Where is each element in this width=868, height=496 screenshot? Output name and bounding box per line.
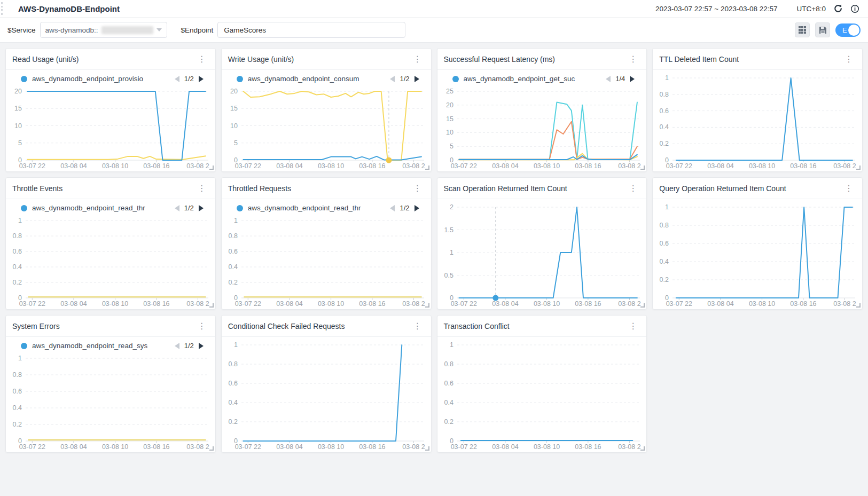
endpoint-label: $Endpoint <box>181 26 214 34</box>
chart-panel: Transaction Conflict ⋮ 00.20.40.60.8103-… <box>437 315 647 453</box>
resize-handle[interactable] <box>425 303 429 308</box>
svg-text:0.6: 0.6 <box>228 380 237 387</box>
kebab-menu-icon[interactable]: ⋮ <box>411 183 425 194</box>
svg-text:0.8: 0.8 <box>13 371 22 379</box>
kebab-menu-icon[interactable]: ⋮ <box>842 54 856 65</box>
legend-next-icon[interactable] <box>199 205 204 211</box>
legend-series-label[interactable]: aws_dynamodb_endpoint_consum <box>248 75 359 83</box>
legend-prev-icon[interactable] <box>175 76 179 82</box>
legend-page-indicator: 1/2 <box>184 75 194 83</box>
legend-series-label[interactable]: aws_dynamodb_endpoint_read_sys <box>32 342 147 350</box>
topbar: AWS-DynamoDB-Endpoint 2023-03-07 22:57 ~… <box>0 0 868 18</box>
legend-series-label[interactable]: aws_dynamodb_endpoint_provisio <box>32 75 143 83</box>
kebab-menu-icon[interactable]: ⋮ <box>195 321 209 332</box>
svg-text:5: 5 <box>18 139 22 147</box>
resize-handle[interactable] <box>856 166 861 170</box>
legend-prev-icon[interactable] <box>175 205 179 211</box>
kebab-menu-icon[interactable]: ⋮ <box>626 183 640 194</box>
legend-prev-icon[interactable] <box>175 343 179 349</box>
edit-mode-toggle[interactable]: E <box>835 23 861 37</box>
resize-handle[interactable] <box>425 446 429 451</box>
legend-next-icon[interactable] <box>415 205 419 211</box>
info-icon[interactable] <box>850 4 859 13</box>
panel-header: Throttle Events ⋮ <box>6 178 215 199</box>
svg-text:03-08 2: 03-08 2 <box>618 162 640 170</box>
svg-text:0.2: 0.2 <box>444 418 453 426</box>
svg-text:0.6: 0.6 <box>13 248 22 255</box>
legend-series-label[interactable]: aws_dynamodb_endpoint_read_thr <box>248 204 361 212</box>
svg-text:0.2: 0.2 <box>228 418 237 426</box>
svg-text:03-08 10: 03-08 10 <box>102 443 128 451</box>
kebab-menu-icon[interactable]: ⋮ <box>411 321 425 332</box>
legend-next-icon[interactable] <box>630 76 635 82</box>
chart-legend: aws_dynamodb_endpoint_provisio 1/2 <box>6 70 215 88</box>
svg-text:0.8: 0.8 <box>660 91 669 98</box>
legend-next-icon[interactable] <box>199 343 204 349</box>
redacted-service-id <box>101 26 153 34</box>
grid-view-button[interactable] <box>795 22 810 37</box>
kebab-menu-icon[interactable]: ⋮ <box>195 54 209 65</box>
service-select-value: aws-dynamodb:: <box>45 26 98 34</box>
svg-text:03-08 10: 03-08 10 <box>749 300 775 308</box>
svg-text:03-08 10: 03-08 10 <box>318 300 344 308</box>
svg-text:0.4: 0.4 <box>13 404 22 412</box>
svg-text:03-08 16: 03-08 16 <box>575 162 601 170</box>
panel-title: System Errors <box>12 322 60 330</box>
refresh-icon[interactable] <box>833 4 843 13</box>
legend-prev-icon[interactable] <box>390 76 395 82</box>
resize-handle[interactable] <box>209 166 214 170</box>
svg-text:03-08 10: 03-08 10 <box>102 162 128 170</box>
svg-text:03-08 10: 03-08 10 <box>533 162 559 170</box>
panel-header: Successful Request Latency (ms) ⋮ <box>437 49 647 70</box>
service-select[interactable]: aws-dynamodb:: <box>40 22 167 38</box>
chart-panel: Scan Operation Returned Item Count ⋮ 00.… <box>437 177 647 310</box>
resize-handle[interactable] <box>209 446 214 451</box>
panel-title: Write Usage (unit/s) <box>228 55 294 64</box>
legend-page-indicator: 1/4 <box>615 75 625 83</box>
sidebar-collapse-strip[interactable] <box>1 2 3 15</box>
chevron-down-icon <box>157 28 162 32</box>
toolbar-right: E <box>795 22 861 37</box>
time-range-picker[interactable]: 2023-03-07 22:57 ~ 2023-03-08 22:57 <box>655 5 778 13</box>
resize-handle[interactable] <box>640 166 645 170</box>
endpoint-input[interactable] <box>217 22 405 38</box>
line-chart: 051015202503-07 2203-08 0403-08 1003-08 … <box>437 88 647 171</box>
panel-header: Throttled Requests ⋮ <box>222 178 431 199</box>
svg-text:5: 5 <box>450 143 453 150</box>
legend-prev-icon[interactable] <box>390 205 395 211</box>
kebab-menu-icon[interactable]: ⋮ <box>411 54 425 65</box>
legend-next-icon[interactable] <box>199 76 204 82</box>
panel-header: Read Usage (unit/s) ⋮ <box>6 49 215 70</box>
save-button[interactable] <box>815 22 830 37</box>
resize-handle[interactable] <box>856 303 861 308</box>
legend-prev-icon[interactable] <box>606 76 611 82</box>
kebab-menu-icon[interactable]: ⋮ <box>626 321 640 332</box>
resize-handle[interactable] <box>425 166 429 170</box>
svg-text:0.4: 0.4 <box>444 399 453 406</box>
svg-text:03-08 16: 03-08 16 <box>143 300 169 308</box>
svg-text:1: 1 <box>234 341 238 349</box>
legend-series-label[interactable]: aws_dynamodb_endpoint_get_suc <box>464 75 575 83</box>
resize-handle[interactable] <box>640 446 645 451</box>
svg-text:03-08 10: 03-08 10 <box>318 162 344 170</box>
chart-panel: Successful Request Latency (ms) ⋮ aws_dy… <box>437 48 647 172</box>
svg-text:03-08 16: 03-08 16 <box>359 300 385 308</box>
svg-text:03-08 2: 03-08 2 <box>402 443 425 451</box>
resize-handle[interactable] <box>640 303 645 308</box>
resize-handle[interactable] <box>209 303 214 308</box>
svg-text:03-08 04: 03-08 04 <box>60 162 87 170</box>
line-chart: 00.20.40.60.8103-07 2203-08 0403-08 1003… <box>437 337 647 452</box>
svg-text:03-08 2: 03-08 2 <box>186 443 209 451</box>
line-chart: 00.20.40.60.8103-07 2203-08 0403-08 1003… <box>653 70 862 171</box>
legend-series-label[interactable]: aws_dynamodb_endpoint_read_thr <box>32 204 145 212</box>
legend-series-dot <box>237 76 243 82</box>
timezone-label: UTC+8:0 <box>797 5 826 13</box>
svg-text:0.8: 0.8 <box>13 232 22 240</box>
legend-next-icon[interactable] <box>415 76 419 82</box>
kebab-menu-icon[interactable]: ⋮ <box>842 183 856 194</box>
svg-text:0.4: 0.4 <box>13 263 22 271</box>
kebab-menu-icon[interactable]: ⋮ <box>195 183 209 194</box>
kebab-menu-icon[interactable]: ⋮ <box>626 54 640 65</box>
svg-text:0.6: 0.6 <box>444 380 453 387</box>
toggle-knob <box>848 25 859 36</box>
